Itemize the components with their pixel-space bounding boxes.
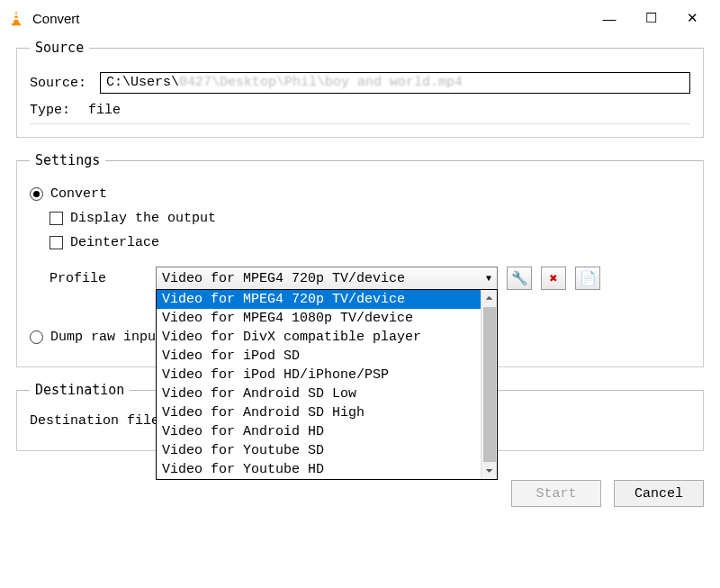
source-path-input[interactable]: C:\Users\0427\Desktop\Phil\boy and world… xyxy=(100,72,690,94)
dropdown-scrollbar[interactable]: ⏶ ⏷ xyxy=(481,290,497,479)
profile-option[interactable]: Video for Youtube HD xyxy=(157,460,481,479)
profile-option[interactable]: Video for MPEG4 1080p TV/device xyxy=(157,309,481,328)
display-output-label: Display the output xyxy=(70,211,216,226)
new-profile-button[interactable]: 📄 xyxy=(575,267,600,290)
settings-group: Settings Convert Display the output Dein… xyxy=(16,152,704,367)
titlebar: Convert — ☐ ✕ xyxy=(0,0,720,36)
profile-option[interactable]: Video for Android SD High xyxy=(157,403,481,422)
source-label: Source: xyxy=(30,76,93,91)
edit-profile-button[interactable]: 🔧 xyxy=(507,267,532,290)
profile-option[interactable]: Video for Android SD Low xyxy=(157,384,481,403)
window-title: Convert xyxy=(32,11,589,26)
scroll-down-icon[interactable]: ⏷ xyxy=(482,463,497,479)
delete-profile-button[interactable]: ✖ xyxy=(541,267,566,290)
display-output-checkbox[interactable] xyxy=(50,212,63,225)
profile-option[interactable]: Video for iPod HD/iPhone/PSP xyxy=(157,366,481,384)
profile-option[interactable]: Video for MPEG4 720p TV/device xyxy=(157,290,481,309)
destination-legend: Destination xyxy=(30,382,130,398)
deinterlace-checkbox[interactable] xyxy=(50,236,63,249)
window-controls: — ☐ ✕ xyxy=(589,4,713,32)
settings-legend: Settings xyxy=(30,152,105,168)
convert-radio-label: Convert xyxy=(50,186,107,202)
delete-x-icon: ✖ xyxy=(549,270,557,287)
profile-dropdown: Video for MPEG4 720p TV/deviceVideo for … xyxy=(156,289,498,480)
source-legend: Source xyxy=(30,40,89,56)
svg-rect-1 xyxy=(14,14,18,16)
profile-combo[interactable]: Video for MPEG4 720p TV/device ▼ Video f… xyxy=(156,267,498,290)
profile-option[interactable]: Video for iPod SD xyxy=(157,347,481,366)
dump-raw-label: Dump raw input xyxy=(50,330,164,345)
scroll-thumb[interactable] xyxy=(483,307,496,462)
type-label: Type: xyxy=(30,103,70,118)
deinterlace-label: Deinterlace xyxy=(70,235,159,250)
close-button[interactable]: ✕ xyxy=(671,4,713,32)
convert-radio[interactable] xyxy=(30,187,43,201)
dump-raw-radio[interactable] xyxy=(30,330,43,344)
start-button[interactable]: Start xyxy=(511,480,601,507)
profile-option[interactable]: Video for DivX compatible player xyxy=(157,328,481,347)
svg-rect-0 xyxy=(12,23,21,26)
minimize-button[interactable]: — xyxy=(589,4,630,32)
type-value: file xyxy=(88,103,121,118)
profile-option[interactable]: Video for Android HD xyxy=(157,422,481,441)
profile-label: Profile xyxy=(30,271,147,286)
maximize-button[interactable]: ☐ xyxy=(630,4,671,32)
scroll-up-icon[interactable]: ⏶ xyxy=(482,290,497,306)
wrench-icon: 🔧 xyxy=(511,270,528,287)
vlc-cone-icon xyxy=(7,9,25,27)
new-profile-icon: 📄 xyxy=(580,270,597,287)
svg-rect-2 xyxy=(14,18,19,20)
cancel-button[interactable]: Cancel xyxy=(614,480,704,507)
chevron-down-icon: ▼ xyxy=(486,274,491,284)
profile-option[interactable]: Video for Youtube SD xyxy=(157,441,481,460)
source-group: Source Source: C:\Users\0427\Desktop\Phi… xyxy=(16,40,704,138)
